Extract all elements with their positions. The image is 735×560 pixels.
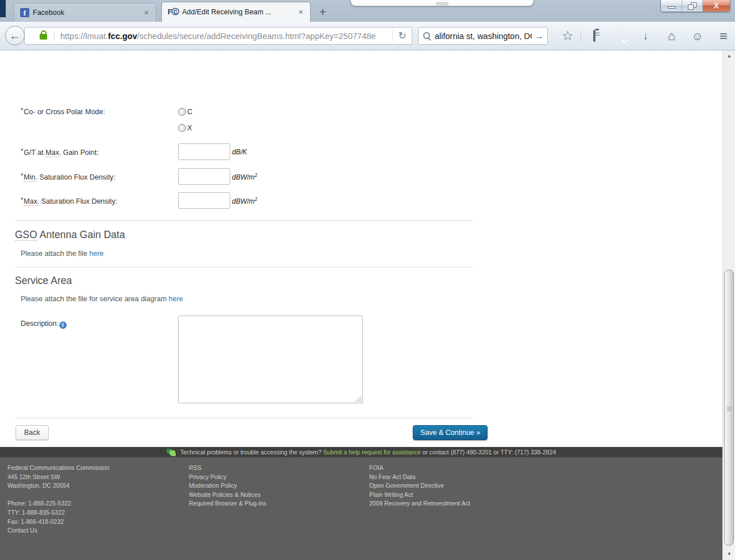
radio-icon[interactable] bbox=[178, 124, 186, 132]
bookmarks-menu-icon[interactable] bbox=[581, 31, 607, 41]
help-request-link[interactable]: Submit a help request for assistance bbox=[323, 449, 421, 456]
field-label: *Co- or Cross Polar Mode: bbox=[21, 108, 105, 116]
hamburger-menu-icon[interactable]: ≡ bbox=[710, 29, 735, 43]
min-sfd-input[interactable] bbox=[178, 168, 230, 185]
close-icon[interactable]: × bbox=[297, 8, 304, 16]
footer-policies-column: RSS Privacy Policy Moderation Policy Web… bbox=[189, 464, 266, 508]
tab-add-edit-receiving-beam[interactable]: FⒸ Add/Edit Receiving Beam ... × bbox=[161, 2, 311, 22]
minimize-icon bbox=[668, 6, 675, 9]
window-peek-handle[interactable] bbox=[350, 0, 534, 6]
footer-link-moderation[interactable]: Moderation Policy bbox=[189, 481, 266, 491]
footer-text: TTY: 1-888-835-5322 bbox=[7, 508, 109, 518]
downloads-icon[interactable]: ↓ bbox=[633, 30, 659, 41]
radio-label: X bbox=[187, 124, 192, 132]
vertical-scrollbar[interactable]: ▲ ▼ bbox=[722, 50, 735, 560]
help-bar: Technical problems or trouble accessing … bbox=[0, 447, 722, 457]
footer-text: Washington, DC 20554 bbox=[7, 481, 109, 491]
url-bar[interactable]: https://lmuat.fcc.gov/schedules/secure/a… bbox=[24, 27, 412, 45]
divider bbox=[15, 267, 473, 267]
close-icon[interactable]: × bbox=[143, 9, 150, 17]
footer-link-required-browser[interactable]: Required Browser & Plug-ins bbox=[189, 499, 266, 508]
radio-option-c[interactable]: C bbox=[178, 108, 192, 116]
bookmark-star-icon[interactable]: ☆ bbox=[555, 29, 581, 42]
footer-address-column: Federal Communications Commission 445 12… bbox=[7, 464, 109, 535]
tab-facebook[interactable]: f Facebook × bbox=[14, 3, 156, 22]
footer-link-foia[interactable]: FOIA bbox=[369, 464, 470, 473]
gso-attach-text: Please attach the file here bbox=[21, 250, 104, 258]
back-button[interactable]: Back bbox=[16, 425, 49, 440]
tab-label: Add/Edit Receiving Beam ... bbox=[182, 8, 294, 16]
description-label: Description:i bbox=[21, 320, 67, 329]
navigation-toolbar: ← https://lmuat.fcc.gov/schedules/secure… bbox=[0, 22, 735, 50]
scroll-down-icon[interactable]: ▼ bbox=[723, 550, 735, 559]
page-viewport: *Co- or Cross Polar Mode: C X *G/T at Ma… bbox=[0, 50, 722, 560]
help-text: or contact (877) 480-3201 or TTY: (717) … bbox=[421, 449, 556, 456]
minimize-button[interactable] bbox=[661, 0, 682, 11]
help-text: Technical problems or trouble accessing … bbox=[180, 449, 323, 456]
radio-label: C bbox=[187, 108, 192, 116]
attach-file-link[interactable]: here bbox=[90, 250, 104, 258]
contact-us-link[interactable]: Contact Us bbox=[7, 526, 109, 535]
tab-label: Facebook bbox=[33, 9, 140, 17]
divider bbox=[54, 31, 55, 41]
search-go-icon[interactable]: → bbox=[532, 30, 544, 42]
field-label: *Max. Saturation Flux Density: bbox=[21, 197, 118, 205]
attach-diagram-link[interactable]: here bbox=[169, 295, 183, 303]
restore-button[interactable] bbox=[682, 0, 702, 11]
close-icon: X bbox=[714, 1, 719, 10]
restore-icon bbox=[688, 3, 696, 9]
window-edge bbox=[0, 0, 6, 17]
footer-text: Federal Communications Commission bbox=[7, 464, 109, 473]
footer-link-open-gov[interactable]: Open Government Directive bbox=[369, 481, 470, 491]
service-attach-text: Please attach the file for service area … bbox=[21, 295, 183, 303]
gt-max-gain-input[interactable] bbox=[178, 143, 230, 160]
scroll-up-icon[interactable]: ▲ bbox=[723, 52, 735, 61]
grip-icon bbox=[727, 406, 732, 412]
chat-bubbles-icon bbox=[167, 449, 176, 456]
footer-link-no-fear-act[interactable]: No Fear Act Data bbox=[369, 473, 470, 482]
back-button[interactable]: ← bbox=[5, 26, 25, 45]
resize-grip-icon[interactable] bbox=[354, 394, 362, 402]
home-icon[interactable]: ⌂ bbox=[659, 30, 684, 42]
clipboard-icon bbox=[593, 30, 595, 42]
facebook-icon: f bbox=[20, 8, 29, 17]
footer-text: Phone: 1-888-225-5322 bbox=[7, 499, 109, 508]
footer-link-rss[interactable]: RSS bbox=[189, 464, 266, 473]
grip-icon bbox=[436, 2, 448, 6]
max-sfd-input[interactable] bbox=[178, 192, 230, 209]
radio-icon[interactable] bbox=[178, 108, 186, 116]
search-input[interactable]: alifornia st, washington, DC → bbox=[418, 27, 548, 45]
search-value[interactable]: alifornia st, washington, DC bbox=[435, 32, 532, 41]
footer-link-website-policies[interactable]: Website Policies & Notices bbox=[189, 491, 266, 500]
footer-link-plain-writing[interactable]: Plain Writing Act bbox=[369, 491, 470, 500]
footer-link-privacy[interactable]: Privacy Policy bbox=[189, 473, 266, 482]
fcc-icon: FⒸ bbox=[168, 7, 179, 17]
reload-icon[interactable]: ↻ bbox=[392, 30, 412, 42]
field-label: *G/T at Max. Gain Point: bbox=[21, 149, 99, 157]
new-tab-button[interactable]: + bbox=[319, 6, 326, 18]
unit-label: dB/K bbox=[232, 148, 247, 156]
radio-option-x[interactable]: X bbox=[178, 124, 192, 132]
footer-foia-column: FOIA No Fear Act Data Open Government Di… bbox=[369, 464, 470, 508]
divider bbox=[15, 418, 473, 418]
url-text[interactable]: https://lmuat.fcc.gov/schedules/secure/a… bbox=[60, 32, 392, 41]
hello-smiley-icon[interactable]: ☺ bbox=[684, 30, 710, 42]
search-icon bbox=[423, 32, 431, 40]
field-label: *Min. Saturation Flux Density: bbox=[21, 173, 115, 181]
footer-link-recovery-act[interactable]: 2009 Recovery and Reinvestment Act bbox=[369, 499, 470, 508]
window-controls: X bbox=[660, 0, 730, 12]
tab-bar: f Facebook × FⒸ Add/Edit Receiving Beam … bbox=[0, 0, 735, 22]
lock-icon[interactable] bbox=[40, 34, 47, 40]
form-content: *Co- or Cross Polar Mode: C X *G/T at Ma… bbox=[0, 50, 722, 447]
page-footer: Federal Communications Commission 445 12… bbox=[0, 457, 722, 560]
unit-label: dBW/m2 bbox=[232, 196, 257, 205]
scrollbar-thumb[interactable] bbox=[724, 270, 734, 546]
footer-text: 445 12th Street SW bbox=[7, 473, 109, 482]
close-window-button[interactable]: X bbox=[702, 0, 730, 11]
gso-section-heading: GSO Antenna Gain Data bbox=[15, 229, 125, 241]
unit-label: dBW/m2 bbox=[232, 172, 257, 181]
save-continue-button[interactable]: Save & Continue » bbox=[413, 425, 488, 440]
description-textarea[interactable] bbox=[178, 316, 363, 403]
info-icon[interactable]: i bbox=[59, 321, 67, 329]
divider bbox=[15, 220, 473, 221]
